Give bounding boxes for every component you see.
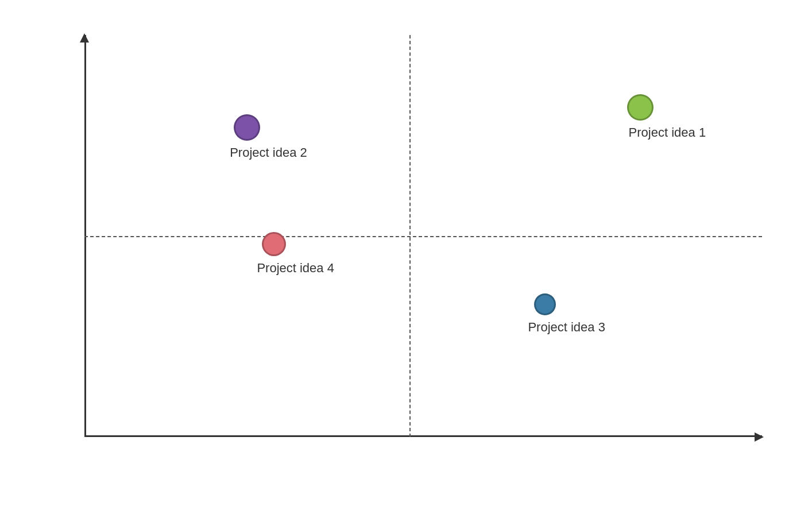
project4-dot xyxy=(262,232,286,256)
project2-dot xyxy=(234,114,260,141)
project4-label: Project idea 4 xyxy=(257,261,334,276)
chart-container: Project idea 1Project idea 2Project idea… xyxy=(33,24,779,494)
project1-dot xyxy=(627,94,654,121)
project1-label: Project idea 1 xyxy=(629,125,706,140)
project2-label: Project idea 2 xyxy=(230,145,307,160)
project3-label: Project idea 3 xyxy=(528,320,605,335)
project3-dot xyxy=(534,293,556,315)
horizontal-divider xyxy=(84,236,762,237)
vertical-divider xyxy=(409,35,411,437)
